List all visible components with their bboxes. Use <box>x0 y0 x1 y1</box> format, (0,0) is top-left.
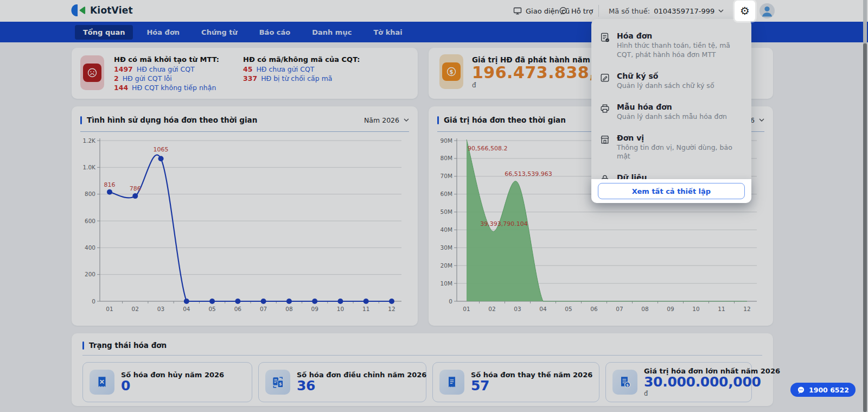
support-hotline-button[interactable]: 1900 6522 <box>790 383 856 397</box>
chat-bubble-icon <box>797 386 805 394</box>
settings-gear-button[interactable]: ⚙ <box>735 1 755 21</box>
support-phone: 1900 6522 <box>809 386 849 394</box>
dashboard-screen: KiotViet Giao diện cũ Hỗ trợ Mã số thuế:… <box>0 0 868 412</box>
gear-icon: ⚙ <box>740 5 750 16</box>
settings-dropdown-footer: Xem tất cả thiết lập <box>591 179 751 203</box>
dim-overlay <box>0 0 868 412</box>
view-all-settings-button[interactable]: Xem tất cả thiết lập <box>598 183 745 199</box>
